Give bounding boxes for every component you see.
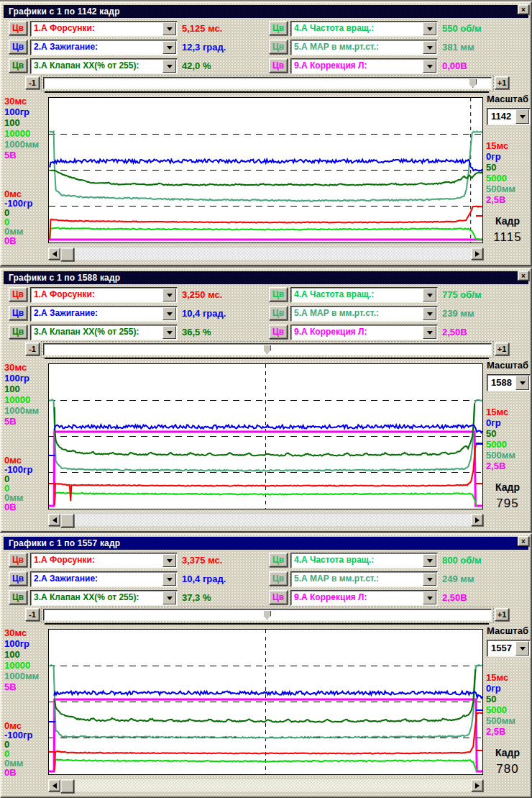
chevron-down-icon[interactable] [423, 591, 436, 604]
chevron-down-icon[interactable] [515, 641, 529, 656]
chevron-down-icon[interactable] [423, 41, 436, 54]
channel-value: 239 мм [442, 308, 474, 319]
down-triangle-icon [167, 578, 173, 584]
axis-label: 0 [4, 208, 47, 217]
step-back-button[interactable]: -1 [25, 608, 40, 621]
channel-combobox[interactable]: 1.А Форсунки: [30, 553, 178, 568]
graph-plot[interactable] [48, 97, 483, 243]
color-button[interactable]: Цв [269, 553, 288, 567]
frame-position-slider[interactable] [43, 343, 492, 355]
axis-label: 50 [486, 428, 531, 439]
chevron-down-icon[interactable] [162, 326, 176, 339]
step-forward-button[interactable]: +1 [495, 76, 509, 89]
scrollbar-thumb[interactable] [60, 514, 74, 527]
combobox-label: 9.А Коррекция Л: [294, 327, 367, 337]
color-button[interactable]: Цв [9, 21, 27, 35]
chevron-down-icon[interactable] [423, 307, 436, 320]
chevron-down-icon[interactable] [162, 554, 176, 567]
color-button[interactable]: Цв [269, 571, 288, 586]
step-back-button[interactable]: -1 [25, 343, 40, 355]
channel-combobox[interactable]: 2.А Зажигание: [30, 571, 178, 587]
chevron-down-icon[interactable] [423, 60, 436, 73]
scroll-left-button[interactable] [48, 514, 60, 526]
channel-combobox[interactable]: 5.А МАР в мм.рт.ст.: [290, 571, 438, 587]
chevron-down-icon[interactable] [515, 376, 529, 390]
scale-combobox[interactable]: 1557 [487, 640, 531, 657]
color-button[interactable]: Цв [269, 306, 288, 320]
channel-combobox[interactable]: 2.А Зажигание: [30, 306, 178, 322]
horizontal-scrollbar[interactable] [48, 779, 483, 792]
channel-combobox[interactable]: 5.А МАР в мм.рт.ст.: [290, 306, 438, 322]
slider-thumb[interactable] [263, 345, 271, 354]
slider-thumb[interactable] [263, 610, 271, 620]
chevron-down-icon[interactable] [515, 109, 529, 124]
chevron-down-icon[interactable] [162, 289, 176, 301]
chevron-down-icon[interactable] [423, 326, 436, 339]
color-button[interactable]: Цв [269, 590, 288, 604]
channel-combobox[interactable]: 9.А Коррекция Л: [290, 590, 438, 606]
color-button[interactable]: Цв [9, 287, 27, 301]
close-button[interactable]: × [518, 536, 529, 546]
step-forward-button[interactable]: +1 [495, 608, 509, 621]
color-button[interactable]: Цв [269, 58, 288, 73]
channel-combobox[interactable]: 5.А МАР в мм.рт.ст.: [290, 40, 438, 55]
color-button[interactable]: Цв [269, 40, 288, 54]
channel-combobox[interactable]: 3.А Клапан XX(% от 255): [30, 590, 178, 606]
axis-label: 50 [486, 694, 531, 704]
scrollbar-thumb[interactable] [60, 248, 74, 261]
color-button[interactable]: Цв [269, 21, 288, 35]
chevron-down-icon[interactable] [423, 554, 436, 567]
channel-combobox[interactable]: 4.А Частота вращ.: [290, 553, 438, 568]
color-button[interactable]: Цв [9, 306, 27, 320]
close-button[interactable]: × [518, 271, 529, 281]
scroll-right-button[interactable] [471, 779, 483, 792]
channel-combobox[interactable]: 1.А Форсунки: [30, 21, 178, 37]
axis-label: 15мс [486, 140, 531, 151]
step-back-button[interactable]: -1 [25, 76, 40, 89]
channel-combobox[interactable]: 9.А Коррекция Л: [290, 325, 438, 340]
chevron-down-icon[interactable] [423, 289, 436, 301]
chevron-down-icon[interactable] [162, 60, 176, 73]
frame-position-slider[interactable] [43, 77, 492, 89]
color-button[interactable]: Цв [9, 40, 27, 54]
close-button[interactable]: × [518, 4, 529, 14]
scale-combobox[interactable]: 1588 [487, 374, 531, 391]
channel-combobox[interactable]: 1.А Форсунки: [30, 287, 178, 303]
channel-combobox[interactable]: 4.А Частота вращ.: [290, 287, 438, 303]
color-button[interactable]: Цв [269, 325, 288, 339]
slider-thumb[interactable] [469, 78, 477, 88]
horizontal-scrollbar[interactable] [48, 248, 483, 260]
scrollbar-thumb[interactable] [60, 779, 74, 793]
scroll-right-button[interactable] [471, 514, 483, 526]
channel-combobox[interactable]: 3.А Клапан XX(% от 255): [30, 58, 178, 74]
chevron-down-icon[interactable] [162, 22, 176, 35]
window-titlebar[interactable]: Графики с 1 по 1557 кадр [4, 537, 528, 550]
horizontal-scrollbar[interactable] [48, 514, 483, 526]
chevron-down-icon[interactable] [162, 307, 176, 320]
channel-combobox[interactable]: 4.А Частота вращ.: [290, 21, 438, 37]
color-button[interactable]: Цв [9, 58, 27, 73]
scroll-left-button[interactable] [48, 779, 60, 792]
step-forward-button[interactable]: +1 [495, 343, 509, 355]
scroll-right-button[interactable] [471, 248, 483, 260]
channel-combobox[interactable]: 9.А Коррекция Л: [290, 58, 438, 74]
color-button[interactable]: Цв [9, 325, 27, 339]
channel-combobox[interactable]: 2.А Зажигание: [30, 40, 178, 55]
color-button[interactable]: Цв [9, 590, 27, 604]
chevron-down-icon[interactable] [162, 591, 176, 604]
scroll-left-button[interactable] [48, 248, 60, 260]
chevron-down-icon[interactable] [423, 573, 436, 586]
color-button[interactable]: Цв [9, 553, 27, 567]
chevron-down-icon[interactable] [423, 22, 436, 35]
graph-plot[interactable] [48, 629, 483, 775]
color-button[interactable]: Цв [9, 571, 27, 586]
channel-combobox[interactable]: 3.А Клапан XX(% от 255): [30, 325, 178, 340]
color-button[interactable]: Цв [269, 287, 288, 301]
chevron-down-icon[interactable] [162, 573, 176, 586]
window-titlebar[interactable]: Графики с 1 по 1588 кадр [4, 271, 528, 284]
frame-position-slider[interactable] [43, 609, 492, 621]
window-titlebar[interactable]: Графики с 1 по 1142 кадр [4, 5, 528, 18]
scale-combobox[interactable]: 1142 [487, 108, 531, 125]
chevron-down-icon[interactable] [162, 41, 176, 54]
graph-plot[interactable] [48, 363, 483, 509]
